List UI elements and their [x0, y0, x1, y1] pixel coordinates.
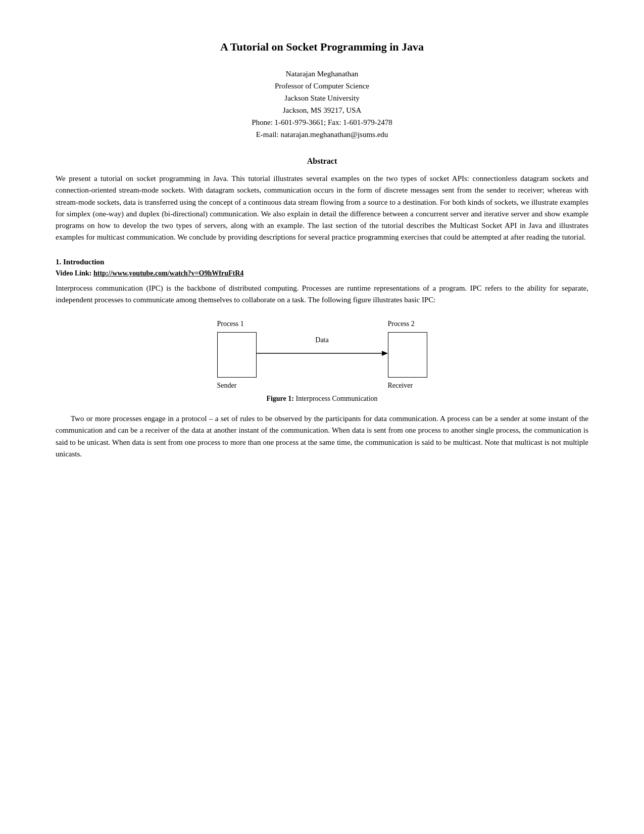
video-link: Video Link: http://www.youtube.com/watch…: [56, 269, 588, 277]
author-title: Professor of Computer Science: [56, 80, 588, 92]
process2-label: Process 2: [388, 320, 415, 328]
section-1-number: 1.: [56, 258, 61, 266]
svg-marker-1: [382, 351, 388, 356]
arrow-svg: [257, 348, 388, 358]
process2-box: [388, 332, 427, 378]
figure-1: Process 1 Sender Data Process 2 Receiver: [56, 320, 588, 403]
video-link-label: Video Link:: [56, 269, 93, 277]
section-1-title: Introduction: [63, 258, 104, 266]
author-name: Natarajan Meghanathan: [56, 68, 588, 80]
figure-caption: Figure 1: Interprocess Communication: [266, 395, 377, 403]
section-1-heading: 1. Introduction: [56, 258, 588, 266]
author-address: Jackson, MS 39217, USA: [56, 104, 588, 116]
abstract-text: We present a tutorial on socket programm…: [56, 173, 588, 244]
process2-container: Process 2 Receiver: [388, 320, 427, 390]
process1-label: Process 1: [217, 320, 244, 328]
author-email: E-mail: natarajan.meghanathan@jsums.edu: [56, 128, 588, 141]
process1-container: Process 1 Sender: [217, 320, 257, 390]
page-title: A Tutorial on Socket Programming in Java: [56, 40, 588, 54]
video-link-url[interactable]: http://www.youtube.com/watch?v=O9hWfruFt…: [93, 269, 243, 277]
section-1: 1. Introduction Video Link: http://www.y…: [56, 258, 588, 460]
data-label: Data: [315, 336, 328, 344]
receiver-label: Receiver: [388, 382, 413, 390]
author-block: Natarajan Meghanathan Professor of Compu…: [56, 68, 588, 141]
arrow-line: [257, 348, 388, 358]
figure-caption-text: Interprocess Communication: [294, 395, 378, 402]
ipc-diagram: Process 1 Sender Data Process 2 Receiver: [217, 320, 427, 390]
figure-caption-bold: Figure 1:: [266, 395, 294, 402]
abstract-heading: Abstract: [56, 157, 588, 166]
intro-paragraph-2: Two or more processes engage in a protoc…: [56, 413, 588, 460]
abstract-section: Abstract We present a tutorial on socket…: [56, 157, 588, 244]
process1-box: [217, 332, 257, 378]
intro-paragraph-1: Interprocess communication (IPC) is the …: [56, 283, 588, 306]
author-phone: Phone: 1-601-979-3661; Fax: 1-601-979-24…: [56, 116, 588, 128]
sender-label: Sender: [217, 382, 237, 390]
author-university: Jackson State University: [56, 92, 588, 104]
arrow-area: Data: [257, 320, 388, 358]
